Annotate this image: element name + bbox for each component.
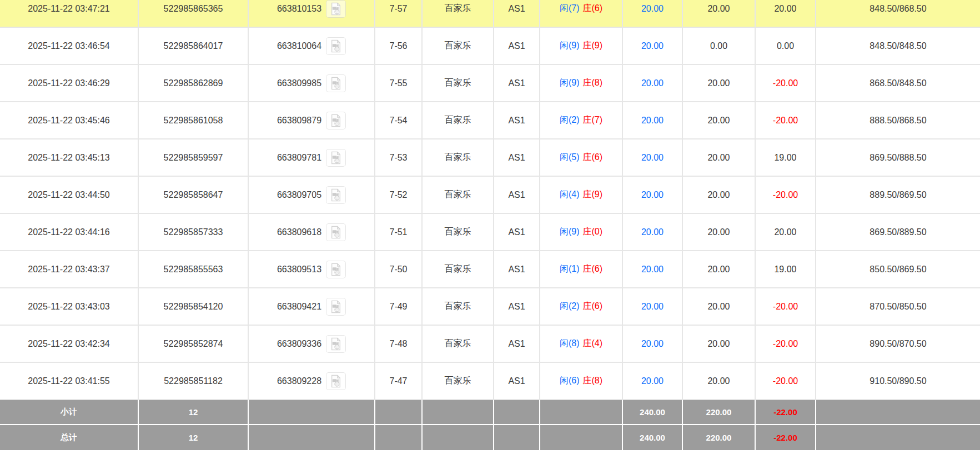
banker-result: 庄(4) xyxy=(583,338,603,350)
game-type-cell: 百家乐 xyxy=(423,28,494,64)
summary-valid-total: 220.00 xyxy=(683,400,756,424)
video-replay-button[interactable] xyxy=(326,0,346,18)
valid-amount-cell: 20.00 xyxy=(683,177,756,213)
table-name-cell: AS1 xyxy=(494,326,540,362)
bet-amount-cell: 20.00 xyxy=(623,251,683,287)
video-replay-button[interactable] xyxy=(326,335,346,353)
banker-result: 庄(8) xyxy=(583,375,603,387)
balance-cell: 870.50/850.50 xyxy=(816,288,980,325)
payout-cell: 20.00 xyxy=(756,0,816,27)
player-result: 闲(2) xyxy=(560,114,580,126)
bet-time-cell: 2025-11-22 03:46:29 xyxy=(0,65,139,101)
game-number: 663809985 xyxy=(277,78,321,88)
order-id-cell: 522985859597 xyxy=(139,139,249,176)
payout-cell: 20.00 xyxy=(756,214,816,250)
balance-cell: 848.50/868.50 xyxy=(816,0,980,27)
summary-label: 小计 xyxy=(0,400,139,424)
game-number-cell: 663809228 xyxy=(249,363,375,399)
bet-amount-cell: 20.00 xyxy=(623,102,683,138)
video-replay-button[interactable] xyxy=(326,261,346,278)
banker-result: 庄(6) xyxy=(583,3,603,14)
game-number: 663809781 xyxy=(277,153,321,163)
valid-amount-cell: 20.00 xyxy=(683,326,756,362)
payout-cell: -20.00 xyxy=(756,363,816,399)
summary-bet-total: 240.00 xyxy=(623,425,683,450)
valid-amount-cell: 20.00 xyxy=(683,214,756,250)
video-icon xyxy=(330,114,342,127)
table-row[interactable]: 2025-11-22 03:46:29 522985862869 6638099… xyxy=(0,65,980,102)
bet-time-cell: 2025-11-22 03:43:03 xyxy=(0,288,139,325)
table-row[interactable]: 2025-11-22 03:45:46 522985861058 6638098… xyxy=(0,102,980,139)
table-row[interactable]: 2025-11-22 03:43:37 522985855563 6638095… xyxy=(0,251,980,288)
balance-cell: 850.50/869.50 xyxy=(816,251,980,287)
payout-cell: -20.00 xyxy=(756,65,816,101)
video-icon xyxy=(330,375,342,388)
order-id-cell: 522985851182 xyxy=(139,363,249,399)
table-row[interactable]: 2025-11-22 03:44:50 522985858647 6638097… xyxy=(0,177,980,214)
banker-result: 庄(6) xyxy=(583,263,603,275)
order-id-cell: 522985854120 xyxy=(139,288,249,325)
table-row[interactable]: 2025-11-22 03:46:54 522985864017 6638100… xyxy=(0,28,980,65)
bet-amount-cell: 20.00 xyxy=(623,177,683,213)
bet-amount-cell: 20.00 xyxy=(623,65,683,101)
table-row[interactable]: 2025-11-22 03:45:13 522985859597 6638097… xyxy=(0,139,980,177)
video-replay-button[interactable] xyxy=(326,223,346,241)
balance-cell: 868.50/848.50 xyxy=(816,65,980,101)
video-replay-button[interactable] xyxy=(326,74,346,92)
banker-result: 庄(8) xyxy=(583,77,603,89)
bet-time-cell: 2025-11-22 03:47:21 xyxy=(0,0,139,27)
player-result: 闲(1) xyxy=(560,263,580,275)
table-row[interactable]: 2025-11-22 03:43:03 522985854120 6638094… xyxy=(0,288,980,326)
video-icon xyxy=(330,151,342,164)
result-cell: 闲(4) 庄(9) xyxy=(540,177,623,213)
table-row[interactable]: 2025-11-22 03:41:55 522985851182 6638092… xyxy=(0,363,980,400)
payout-cell: -20.00 xyxy=(756,102,816,138)
table-row[interactable]: 2025-11-22 03:47:21 522985865365 6638101… xyxy=(0,0,980,28)
game-number-cell: 663810064 xyxy=(249,28,375,64)
summary-count: 12 xyxy=(139,400,249,424)
game-number-cell: 663809513 xyxy=(249,251,375,287)
summary-valid-total: 220.00 xyxy=(683,425,756,450)
table-row[interactable]: 2025-11-22 03:44:16 522985857333 6638096… xyxy=(0,214,980,251)
round-cell: 7-49 xyxy=(375,288,423,325)
round-cell: 7-51 xyxy=(375,214,423,250)
player-result: 闲(4) xyxy=(560,189,580,201)
table-name-cell: AS1 xyxy=(494,177,540,213)
table-name-cell: AS1 xyxy=(494,214,540,250)
summary-label: 总计 xyxy=(0,425,139,450)
bet-time-cell: 2025-11-22 03:45:13 xyxy=(0,139,139,176)
balance-cell: 869.50/889.50 xyxy=(816,214,980,250)
game-number-cell: 663809985 xyxy=(249,65,375,101)
result-cell: 闲(9) 庄(9) xyxy=(540,28,623,64)
round-cell: 7-53 xyxy=(375,139,423,176)
video-icon xyxy=(330,300,342,313)
game-number-cell: 663809879 xyxy=(249,102,375,138)
game-number: 663809421 xyxy=(277,302,321,312)
round-cell: 7-54 xyxy=(375,102,423,138)
balance-cell: 890.50/870.50 xyxy=(816,326,980,362)
table-row[interactable]: 2025-11-22 03:42:34 522985852874 6638093… xyxy=(0,326,980,363)
result-cell: 闲(5) 庄(6) xyxy=(540,139,623,176)
summary-bet-total: 240.00 xyxy=(623,400,683,424)
game-number: 663809513 xyxy=(277,265,321,275)
balance-cell: 888.50/868.50 xyxy=(816,102,980,138)
video-replay-button[interactable] xyxy=(326,112,346,129)
game-type-cell: 百家乐 xyxy=(423,363,494,399)
table-name-cell: AS1 xyxy=(494,288,540,325)
bet-history-table: 2025-11-22 03:47:21 522985865365 6638101… xyxy=(0,0,980,450)
video-replay-button[interactable] xyxy=(326,372,346,390)
round-cell: 7-48 xyxy=(375,326,423,362)
video-replay-button[interactable] xyxy=(326,149,346,167)
subtotal-row: 小计 12 240.00 220.00 -22.00 xyxy=(0,400,980,425)
result-cell: 闲(2) 庄(7) xyxy=(540,102,623,138)
video-replay-button[interactable] xyxy=(326,37,346,55)
game-type-cell: 百家乐 xyxy=(423,288,494,325)
video-replay-button[interactable] xyxy=(326,298,346,316)
balance-cell: 869.50/888.50 xyxy=(816,139,980,176)
valid-amount-cell: 20.00 xyxy=(683,251,756,287)
game-number-cell: 663809705 xyxy=(249,177,375,213)
bet-time-cell: 2025-11-22 03:44:16 xyxy=(0,214,139,250)
video-replay-button[interactable] xyxy=(326,186,346,204)
payout-cell: -20.00 xyxy=(756,288,816,325)
bet-time-cell: 2025-11-22 03:42:34 xyxy=(0,326,139,362)
